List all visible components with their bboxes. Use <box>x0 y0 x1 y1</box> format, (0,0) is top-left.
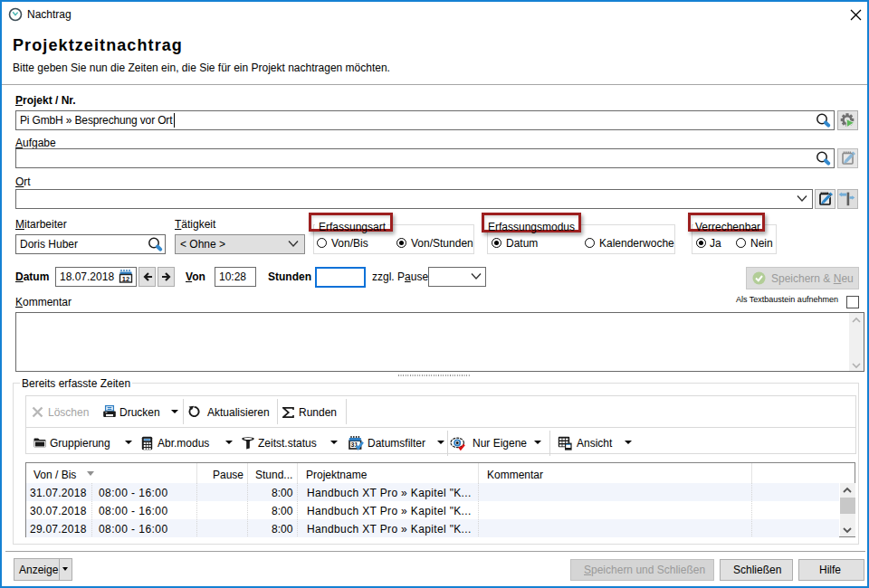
svg-text:12: 12 <box>122 275 129 283</box>
